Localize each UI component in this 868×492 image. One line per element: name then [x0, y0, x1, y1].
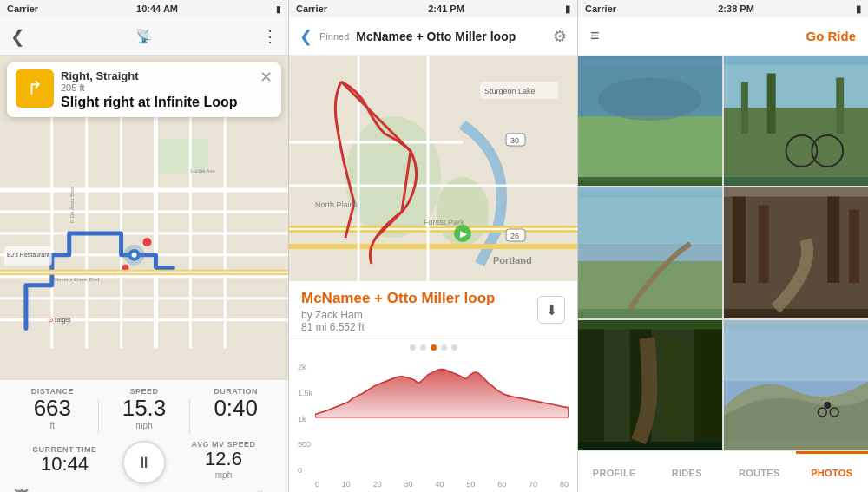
avg-speed-unit: mph — [166, 470, 281, 480]
navigation-panel: Carrier 10:44 AM ▮ ❮ 📡 ⋮ — [0, 0, 289, 492]
distance-value: 663 — [7, 396, 98, 421]
back-button[interactable]: ❮ — [10, 26, 25, 47]
time-2: 2:41 PM — [428, 3, 464, 14]
battery-icon: ▮ — [276, 4, 281, 14]
menu-button[interactable]: ≡ — [590, 27, 600, 45]
broadcast-icon[interactable]: 📡 — [135, 28, 153, 44]
route-name: McNamee + Otto Miller loop — [301, 290, 565, 307]
y-label-0: 0 — [298, 466, 312, 475]
svg-rect-65 — [578, 245, 722, 262]
instruction-text: Right, Straight 205 ft Slight right at I… — [61, 69, 253, 110]
svg-point-19 — [143, 238, 152, 246]
photo-4[interactable] — [724, 187, 868, 318]
photos-header: ≡ Go Ride — [578, 17, 868, 56]
svg-rect-58 — [741, 82, 748, 134]
battery-3: ▮ — [856, 3, 861, 15]
nav-instruction: ↱ Right, Straight 205 ft Slight right at… — [7, 62, 281, 117]
route-map[interactable]: ▶ Sturgeon Lake North Plains Forest Park… — [289, 56, 577, 281]
back-button-2[interactable]: ❮ — [299, 27, 312, 46]
status-icons: ▮ — [276, 4, 281, 14]
svg-rect-76 — [664, 338, 683, 441]
svg-rect-73 — [578, 329, 604, 441]
svg-rect-2 — [155, 138, 207, 173]
photo-5[interactable] — [578, 320, 722, 450]
speed-unit: mph — [99, 421, 190, 430]
photos-panel: Carrier 2:38 PM ▮ ≡ Go Ride — [578, 0, 868, 492]
carrier-2: Carrier — [296, 3, 327, 14]
pause-icon: ⏸ — [136, 454, 152, 472]
svg-text:▶: ▶ — [460, 229, 468, 239]
camera-button[interactable]: 📷 — [255, 488, 274, 492]
pinned-label: Pinned — [319, 31, 349, 42]
bottom-controls: 🖼 📷 — [0, 488, 288, 492]
photo-1[interactable] — [578, 56, 722, 186]
photo-2-overlay — [724, 56, 868, 186]
svg-point-54 — [598, 77, 701, 121]
tab-routes[interactable]: ROUTES — [723, 451, 796, 492]
nav-header: ❮ 📡 ⋮ — [0, 17, 288, 56]
turn-icon: ↱ — [16, 69, 54, 108]
tab-photos[interactable]: PHOTOS — [796, 451, 869, 492]
stats-row-top: DISTANCE 663 ft SPEED 15.3 mph DURATION … — [0, 387, 288, 434]
tab-rides[interactable]: RIDES — [651, 451, 724, 492]
svg-text:North Plains: North Plains — [315, 200, 358, 209]
photo-5-svg — [578, 320, 722, 450]
photo-6[interactable] — [724, 320, 868, 450]
stat-speed: SPEED 15.3 mph — [99, 387, 190, 430]
svg-rect-64 — [578, 197, 722, 245]
tab-photos-label: PHOTOS — [811, 468, 852, 478]
carrier-3: Carrier — [585, 3, 616, 14]
svg-rect-74 — [608, 346, 626, 441]
gallery-button[interactable]: 🖼 — [14, 488, 30, 492]
download-button[interactable]: ⬇ — [537, 296, 565, 324]
dot-2 — [420, 344, 426, 351]
stat-avg-speed: AVG MV SPEED 12.6 mph — [166, 440, 281, 479]
close-instruction-button[interactable]: ✕ — [260, 69, 273, 85]
route-header: ❮ Pinned McNamee + Otto Miller loop ⚙ — [289, 17, 577, 56]
y-label-1: 500 — [298, 440, 312, 449]
photos-grid — [578, 56, 868, 450]
tab-profile[interactable]: PROFILE — [578, 451, 651, 492]
chart-y-labels: 2k 1.5k 1k 500 0 — [298, 363, 312, 475]
photo-1-overlay — [578, 56, 722, 186]
photo-3-overlay — [578, 187, 722, 318]
duration-value: 0:40 — [190, 396, 281, 421]
dot-3 — [431, 344, 437, 351]
photo-2[interactable] — [724, 56, 868, 186]
svg-text:26: 26 — [510, 232, 519, 240]
svg-text:BJ's Restaurant: BJ's Restaurant — [7, 252, 49, 258]
chart-x-labels: 0 10 20 30 40 50 60 70 80 — [315, 480, 569, 489]
map-view[interactable]: BJ's Restaurant N De Anza Blvd Lucille A… — [0, 56, 288, 379]
elevation-chart: 2k 1.5k 1k 500 0 0 10 20 30 40 50 60 70 … — [289, 356, 577, 492]
tab-rides-label: RIDES — [672, 468, 702, 478]
svg-rect-53 — [578, 116, 722, 177]
avg-speed-value: 12.6 — [166, 449, 281, 469]
svg-rect-79 — [724, 329, 868, 381]
route-info: McNamee + Otto Miller loop by Zack Ham 8… — [289, 281, 577, 339]
tabs-bar: PROFILE RIDES ROUTES PHOTOS — [578, 450, 868, 492]
route-map-svg: ▶ Sturgeon Lake North Plains Forest Park… — [289, 56, 577, 281]
dot-5 — [451, 344, 457, 351]
photo-6-overlay — [724, 320, 868, 450]
photo-6-svg — [724, 320, 868, 450]
tab-routes-label: ROUTES — [739, 468, 780, 478]
svg-rect-1 — [0, 86, 288, 348]
svg-text:Target: Target — [54, 317, 70, 324]
svg-text:Forest Park: Forest Park — [424, 218, 464, 226]
more-icon[interactable]: ⋮ — [262, 27, 278, 46]
svg-rect-68 — [733, 197, 746, 283]
current-time-value: 10:44 — [7, 454, 122, 475]
go-ride-button[interactable]: Go Ride — [806, 29, 856, 43]
battery-2: ▮ — [565, 3, 570, 15]
pause-button[interactable]: ⏸ — [122, 441, 166, 484]
stat-duration: DURATION 0:40 — [190, 387, 281, 421]
svg-rect-77 — [694, 329, 722, 441]
route-actions: ⬇ — [537, 281, 565, 338]
photo-3[interactable] — [578, 187, 722, 318]
svg-rect-69 — [759, 206, 769, 283]
settings-button[interactable]: ⚙ — [553, 27, 567, 46]
svg-text:⊙: ⊙ — [48, 316, 54, 324]
photo-3-svg — [578, 187, 722, 318]
route-author: by Zack Ham — [301, 309, 565, 321]
dot-4 — [441, 344, 447, 351]
